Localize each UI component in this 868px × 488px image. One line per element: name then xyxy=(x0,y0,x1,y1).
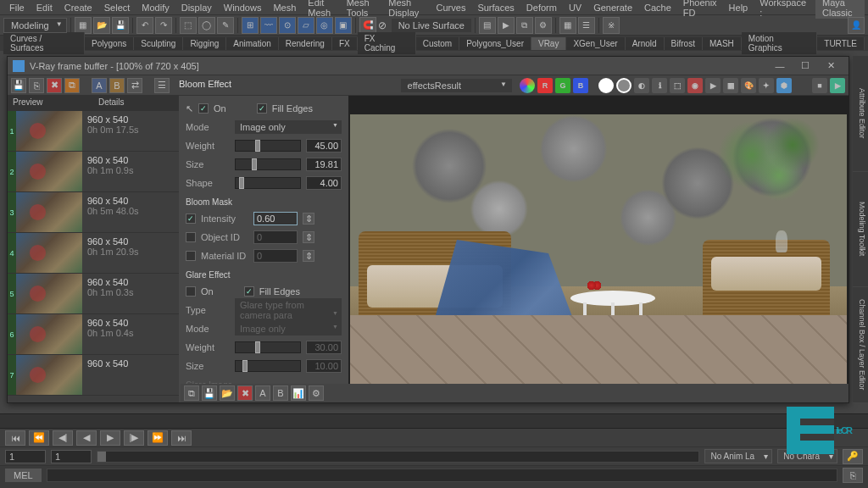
menu-file[interactable]: File xyxy=(3,3,31,13)
shelf-tab-rendering[interactable]: Rendering xyxy=(279,37,332,50)
color-corrections-icon[interactable]: 🎨 xyxy=(741,78,756,93)
history-item[interactable]: 7 960 x 540 xyxy=(8,355,179,396)
play-start-field[interactable]: 1 xyxy=(51,450,92,463)
clear-icon[interactable]: ✖ xyxy=(47,78,62,93)
vfb-settings-icon[interactable]: ⬢ xyxy=(776,78,792,93)
menu-display[interactable]: Display xyxy=(175,3,218,13)
menu-meshtools[interactable]: Mesh Tools xyxy=(341,0,383,18)
shelf-tab-custom[interactable]: Custom xyxy=(416,37,459,50)
bloom-size-slider[interactable] xyxy=(235,158,301,170)
track-mouse-icon[interactable]: ◉ xyxy=(687,78,703,93)
channel-dropdown[interactable]: effectsResult xyxy=(401,79,512,92)
play-back-button[interactable]: ◀ xyxy=(76,430,97,446)
autokey-button[interactable]: 🔑 xyxy=(843,449,863,464)
load-history-icon[interactable]: 📂 xyxy=(220,385,235,401)
menu-editmesh[interactable]: Edit Mesh xyxy=(302,0,340,18)
rewind-button[interactable]: ⏮ xyxy=(5,430,25,446)
glare-size-slider[interactable] xyxy=(235,360,301,372)
lens-effects-icon[interactable]: ✦ xyxy=(759,78,774,93)
account-icon[interactable]: 👤 xyxy=(848,17,865,34)
copy-icon[interactable]: ⧉ xyxy=(64,78,80,93)
shelf-tab-rigging[interactable]: Rigging xyxy=(183,37,226,50)
glare-weight-value[interactable]: 30.00 xyxy=(306,341,342,354)
outliner-icon[interactable]: ☰ xyxy=(578,17,595,34)
intensity-checkbox[interactable] xyxy=(186,214,196,224)
bloom-fill-checkbox[interactable] xyxy=(257,103,267,114)
setb-icon[interactable]: B xyxy=(273,385,288,401)
matid-checkbox[interactable] xyxy=(186,251,196,261)
mel-label[interactable]: MEL xyxy=(5,469,42,482)
menu-create[interactable]: Create xyxy=(58,3,98,13)
range-slider[interactable] xyxy=(97,451,699,463)
g-channel-button[interactable]: G xyxy=(555,78,570,93)
history-list[interactable]: 1 960 x 5400h 0m 17.5s2 960 x 5400h 1m 0… xyxy=(8,111,179,402)
menu-deform[interactable]: Deform xyxy=(520,3,563,13)
panel-layout-icon[interactable]: ▦ xyxy=(559,17,576,34)
stop-render-icon[interactable]: ■ xyxy=(812,78,827,93)
lasso-icon[interactable]: ◯ xyxy=(198,17,215,34)
open-icon[interactable]: 📂 xyxy=(93,17,110,34)
shelf-tab-sculpting[interactable]: Sculpting xyxy=(134,37,183,50)
prev-key-button[interactable]: ◀| xyxy=(53,430,73,446)
glare-type-dropdown[interactable]: Glare type from camera para xyxy=(235,298,342,322)
objectid-checkbox[interactable] xyxy=(186,232,196,242)
history-item[interactable]: 4 960 x 5400h 1m 20.9s xyxy=(8,233,179,274)
workspace-dropdown[interactable]: Maya Classic xyxy=(815,0,865,19)
bloom-shape-slider[interactable] xyxy=(235,177,301,189)
channel-box-tab[interactable]: Channel Box / Layer Editor xyxy=(853,287,868,403)
shelf-tab-xgenuser[interactable]: XGen_User xyxy=(566,37,625,50)
shelf-tab-fxcaching[interactable]: FX Caching xyxy=(358,32,416,54)
render-view[interactable] xyxy=(348,96,849,402)
ipr-icon[interactable]: ⧉ xyxy=(516,17,533,34)
minimize-button[interactable]: — xyxy=(767,58,793,75)
modeling-toolkit-tab[interactable]: Modeling Toolkit xyxy=(853,172,868,288)
objectid-link-icon[interactable]: ⇕ xyxy=(303,231,314,243)
play-button[interactable]: ▶ xyxy=(100,430,120,446)
menu-cache[interactable]: Cache xyxy=(638,3,677,13)
settings-icon[interactable]: ⚙ xyxy=(309,385,324,401)
menu-generate[interactable]: Generate xyxy=(587,3,638,13)
attr-editor-tab[interactable]: Attribute Editor xyxy=(853,56,868,172)
bloom-shape-value[interactable]: 4.00 xyxy=(306,176,342,190)
menu-select[interactable]: Select xyxy=(98,3,136,13)
history-header-details[interactable]: Details xyxy=(93,96,179,111)
alpha-icon[interactable] xyxy=(616,78,632,93)
undo-icon[interactable]: ↶ xyxy=(136,17,153,34)
redo-icon[interactable]: ↷ xyxy=(155,17,172,34)
clamp-icon[interactable]: ◐ xyxy=(634,78,649,93)
menu-curves[interactable]: Curves xyxy=(431,3,472,13)
shelf-tab-bifrost[interactable]: Bifrost xyxy=(665,37,703,50)
history-item[interactable]: 1 960 x 5400h 0m 17.5s xyxy=(8,111,179,152)
rgb-all-icon[interactable] xyxy=(520,78,535,93)
b-channel-button[interactable]: B xyxy=(573,78,588,93)
save-image-icon[interactable]: 💾 xyxy=(11,78,26,93)
bloom-size-value[interactable]: 19.81 xyxy=(306,158,342,171)
history-item[interactable]: 6 960 x 5400h 1m 0.4s xyxy=(8,314,179,355)
menu-modify[interactable]: Modify xyxy=(136,3,175,13)
shelf-tab-mash[interactable]: MASH xyxy=(703,37,742,50)
shelf-tab-curves[interactable]: Curves / Surfaces xyxy=(3,32,85,54)
time-slider[interactable] xyxy=(0,413,868,429)
objectid-value[interactable]: 0 xyxy=(253,230,298,244)
render-icon[interactable]: ▶ xyxy=(498,17,515,34)
bloom-on-checkbox[interactable] xyxy=(198,103,209,114)
menu-meshdisplay[interactable]: Mesh Display xyxy=(382,0,430,18)
pixel-aspect-icon[interactable]: ▦ xyxy=(723,78,738,93)
render-settings-icon[interactable]: ⚙ xyxy=(535,17,552,34)
menu-windows[interactable]: Windows xyxy=(218,3,268,13)
save-icon[interactable]: 💾 xyxy=(112,17,129,34)
glare-on-checkbox[interactable] xyxy=(186,286,196,297)
paint-select-icon[interactable]: ✎ xyxy=(217,17,234,34)
live-surface-label[interactable]: No Live Surface xyxy=(392,19,471,32)
history-item[interactable]: 2 960 x 5400h 1m 0.9s xyxy=(8,152,179,192)
menu-surfaces[interactable]: Surfaces xyxy=(471,3,520,13)
menu-edit[interactable]: Edit xyxy=(31,3,58,13)
seta-icon[interactable]: A xyxy=(255,385,270,401)
bloom-weight-slider[interactable] xyxy=(235,140,301,152)
menu-phoenix[interactable]: Phoenix FD xyxy=(677,0,723,18)
xgen-icon[interactable]: ※ xyxy=(603,17,620,34)
intensity-link-icon[interactable]: ⇕ xyxy=(303,213,314,225)
command-line-input[interactable] xyxy=(47,469,837,482)
snap-curve-icon[interactable]: 〰 xyxy=(260,17,277,34)
menu-help[interactable]: Help xyxy=(723,3,754,13)
